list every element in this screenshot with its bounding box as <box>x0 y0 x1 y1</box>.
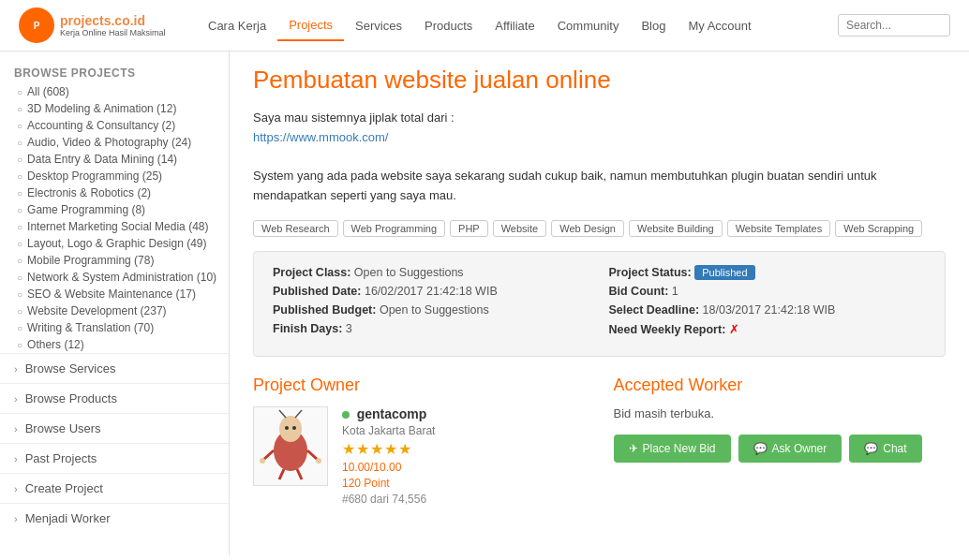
svg-line-8 <box>263 450 274 460</box>
owner-section-title: Project Owner <box>253 376 586 395</box>
accepted-worker-section: Accepted Worker Bid masih terbuka. ✈ Pla… <box>614 376 947 506</box>
svg-point-10 <box>260 458 265 464</box>
meta-deadline-label: Select Deadline: <box>609 303 700 317</box>
nav-my-account[interactable]: My Account <box>677 11 762 40</box>
sidebar-create-project-label: Create Project <box>25 481 103 495</box>
sidebar-create-project[interactable]: › Create Project <box>0 473 229 503</box>
list-item[interactable]: Website Development (237) <box>0 302 229 319</box>
project-owner-section: Project Owner <box>253 376 586 506</box>
owner-username[interactable]: gentacomp <box>357 406 427 421</box>
project-title: Pembuatan website jualan online <box>253 66 946 95</box>
svg-point-3 <box>279 416 302 442</box>
chat-icon: 💬 <box>864 442 878 455</box>
nav-affiliate[interactable]: Affiliate <box>484 11 545 40</box>
list-item[interactable]: Audio, Video & Photography (24) <box>0 134 229 151</box>
chat-label: Chat <box>883 442 906 455</box>
tag-website-building[interactable]: Website Building <box>629 220 723 237</box>
list-item[interactable]: Data Entry & Data Mining (14) <box>0 151 229 168</box>
meta-pubdate-value: 16/02/2017 21:42:18 WIB <box>365 285 498 298</box>
svg-line-13 <box>297 469 302 479</box>
meta-class-value: Open to Suggestions <box>354 266 464 279</box>
list-item[interactable]: 3D Modeling & Animation (12) <box>0 100 229 117</box>
place-new-bid-button[interactable]: ✈ Place New Bid <box>614 435 731 463</box>
meta-bid-count: Bid Count: 1 <box>609 285 927 298</box>
meta-weekly-value: ✗ <box>729 323 739 336</box>
sidebar-past-projects[interactable]: › Past Projects <box>0 443 229 473</box>
chevron-right-icon: › <box>14 423 18 435</box>
nav-products[interactable]: Products <box>413 11 484 40</box>
list-item[interactable]: Layout, Logo & Graphic Design (49) <box>0 235 229 252</box>
meta-budget-label: Published Budget: <box>273 303 376 317</box>
owner-stars: ★★★★★ <box>342 440 435 458</box>
meta-weekly-report: Need Weekly Report: ✗ <box>609 322 927 336</box>
list-item[interactable]: Accounting & Consultancy (2) <box>0 117 229 134</box>
sidebar-browse-products[interactable]: › Browse Products <box>0 383 229 413</box>
svg-point-11 <box>316 458 321 464</box>
nav-blog[interactable]: Blog <box>630 11 677 40</box>
meta-right-col: Project Status: Published Bid Count: 1 S… <box>609 266 927 342</box>
nav-community[interactable]: Community <box>546 11 631 40</box>
list-item[interactable]: Network & System Administration (10) <box>0 269 229 286</box>
tag-web-research[interactable]: Web Research <box>253 220 338 237</box>
accepted-worker-title: Accepted Worker <box>614 376 947 395</box>
meta-published-date: Published Date: 16/02/2017 21:42:18 WIB <box>273 285 590 298</box>
tag-web-scrapping[interactable]: Web Scrapping <box>835 220 922 237</box>
owner-rank: #680 dari 74,556 <box>342 493 435 506</box>
meta-left-col: Project Class: Open to Suggestions Publi… <box>273 266 590 342</box>
sidebar: Browse Projects All (608) 3D Modeling & … <box>0 52 230 555</box>
sidebar-past-projects-label: Past Projects <box>25 451 97 465</box>
tag-website-templates[interactable]: Website Templates <box>727 220 831 237</box>
main-content: Pembuatan website jualan online Saya mau… <box>230 52 969 555</box>
list-item[interactable]: Writing & Translation (70) <box>0 319 229 336</box>
meta-finish-label: Finish Days: <box>273 322 342 335</box>
main-layout: Browse Projects All (608) 3D Modeling & … <box>0 52 969 555</box>
logo-sub-text: Kerja Online Hasil Maksimal <box>60 28 166 37</box>
main-nav: Cara Kerja Projects Services Products Af… <box>197 10 838 41</box>
project-description: Saya mau sistemnya jiplak total dari : h… <box>253 109 946 206</box>
sidebar-browse-users[interactable]: › Browse Users <box>0 413 229 443</box>
sidebar-browse-services[interactable]: › Browse Services <box>0 353 229 383</box>
svg-point-6 <box>285 426 289 430</box>
list-item[interactable]: Mobile Programming (78) <box>0 252 229 269</box>
desc-line1: Saya mau sistemnya jiplak total dari : <box>253 109 946 128</box>
nav-projects[interactable]: Projects <box>277 10 344 41</box>
meta-select-deadline: Select Deadline: 18/03/2017 21:42:18 WIB <box>609 303 927 317</box>
tag-web-programming[interactable]: Web Programming <box>343 220 446 237</box>
list-item[interactable]: Desktop Programming (25) <box>0 168 229 184</box>
logo-icon: P <box>19 7 54 43</box>
status-badge: Published <box>694 265 754 280</box>
meta-project-class: Project Class: Open to Suggestions <box>273 266 590 279</box>
meta-deadline-value: 18/03/2017 21:42:18 WIB <box>703 303 836 317</box>
list-item[interactable]: Electronis & Robotics (2) <box>0 184 229 201</box>
chat-button[interactable]: 💬 Chat <box>849 435 921 463</box>
tag-web-design[interactable]: Web Design <box>551 220 624 237</box>
nav-cara-kerja[interactable]: Cara Kerja <box>197 11 277 40</box>
list-item[interactable]: SEO & Website Maintenance (17) <box>0 286 229 302</box>
tag-website[interactable]: Website <box>493 220 547 237</box>
place-bid-label: Place New Bid <box>643 442 716 455</box>
meta-status-label: Project Status: <box>609 266 692 279</box>
desc-link[interactable]: https://www.mmook.com/ <box>253 130 388 144</box>
bid-status-text: Bid masih terbuka. <box>614 406 947 420</box>
list-item[interactable]: All (608) <box>0 83 229 100</box>
list-item[interactable]: Internet Marketing Social Media (48) <box>0 218 229 235</box>
nav-services[interactable]: Services <box>344 11 413 40</box>
svg-line-12 <box>279 469 284 479</box>
sidebar-menjadi-worker[interactable]: › Menjadi Worker <box>0 503 229 533</box>
ask-owner-button[interactable]: 💬 Ask Owner <box>738 435 842 463</box>
list-item[interactable]: Game Programming (8) <box>0 201 229 218</box>
sidebar-category-list: All (608) 3D Modeling & Animation (12) A… <box>0 83 229 353</box>
tag-php[interactable]: PHP <box>450 220 488 237</box>
sidebar-browse-users-label: Browse Users <box>25 421 101 435</box>
meta-weekly-label: Need Weekly Report: <box>609 323 726 336</box>
meta-bid-label: Bid Count: <box>609 285 669 298</box>
meta-pubdate-label: Published Date: <box>273 285 361 298</box>
action-buttons: ✈ Place New Bid 💬 Ask Owner 💬 Chat <box>614 435 947 463</box>
list-item[interactable]: Others (12) <box>0 336 229 353</box>
search-input[interactable] <box>838 14 950 37</box>
desc-line2: System yang ada pada website saya sekara… <box>253 169 877 202</box>
owner-info: gentacomp Kota Jakarta Barat ★★★★★ 10.00… <box>342 406 435 506</box>
meta-bid-value: 1 <box>672 285 678 298</box>
meta-class-label: Project Class: <box>273 266 350 279</box>
meta-finish-days: Finish Days: 3 <box>273 322 590 335</box>
